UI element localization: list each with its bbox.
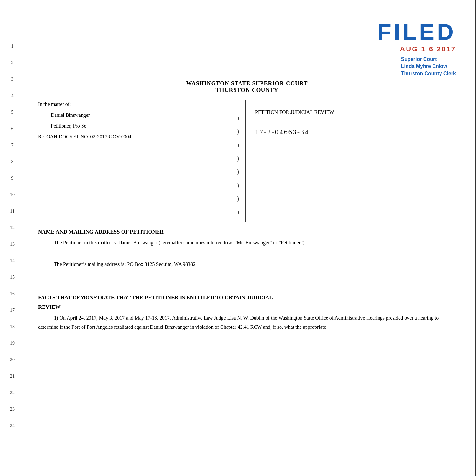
court-header-line2: THURSTON COUNTY (38, 87, 456, 94)
paren-3: ) (237, 138, 239, 152)
line-17: 17 (0, 302, 25, 319)
line-16: 16 (0, 286, 25, 302)
in-matter-label: In the matter of: (38, 102, 239, 107)
filed-row: FILED (377, 19, 456, 45)
court-header-line: WASHINGTON STATE SUPERIOR COURT (38, 80, 456, 87)
paren-8: ) (237, 205, 239, 219)
line-10: 10 (0, 187, 25, 203)
court-header-line1: WASHINGTON STATE SUPERIOR COURT (186, 80, 308, 87)
section1-heading: NAME AND MAILING ADDRESS OF PETITIONER (38, 229, 456, 235)
line-22: 22 (0, 385, 25, 401)
line-15: 15 (0, 269, 25, 286)
case-left-column: In the matter of: Daniel Binswanger Peti… (38, 100, 246, 222)
case-right-column: PETITION FOR JUDICIAL REVIEW 17-2-04663-… (246, 100, 456, 222)
line-9: 9 (0, 170, 25, 187)
line-7: 7 (0, 137, 25, 154)
section2-paragraph1: 1) On April 24, 2017, May 3, 2017 and Ma… (38, 314, 456, 332)
line-8: 8 (0, 154, 25, 170)
section1-paragraph1: The Petitioner in this matter is: Daniel… (38, 238, 456, 248)
line-20: 20 (0, 352, 25, 368)
petitioner-name: Daniel Binswanger (51, 112, 235, 118)
line-4: 4 (0, 88, 25, 104)
line-numbers-column: 1 2 3 4 5 6 7 8 9 10 11 12 13 14 15 16 1… (0, 0, 25, 476)
petition-label: PETITION FOR JUDICIAL REVIEW (255, 109, 456, 115)
line-23: 23 (0, 401, 25, 418)
line-3: 3 (0, 71, 25, 88)
line-2: 2 (0, 55, 25, 71)
petitioner-title: Petitioner, Pro Se (51, 123, 235, 129)
content-area: FILED AUG 1 6 2017 Superior Court Linda … (25, 0, 475, 476)
line-21: 21 (0, 368, 25, 385)
case-number: 17-2-04663-34 (255, 128, 456, 136)
paren-1: ) (237, 111, 239, 125)
stamp-court-name: Superior Court (401, 56, 437, 63)
line-19: 19 (0, 335, 25, 352)
section2-heading2: REVIEW (38, 304, 456, 310)
line-24: 24 (0, 418, 25, 434)
line-14: 14 (0, 253, 25, 269)
filed-label: FILED (377, 19, 456, 45)
line-11: 11 (0, 203, 25, 220)
stamp-county-clerk: Thurston County Clerk (401, 70, 456, 77)
docket-number: Re: OAH DOCKET NO. 02-2017-GOV-0004 (38, 134, 235, 140)
paren-5: ) (237, 165, 239, 178)
paren-4: ) (237, 152, 239, 165)
document-page: 1 2 3 4 5 6 7 8 9 10 11 12 13 14 15 16 1… (0, 0, 476, 476)
paren-6: ) (237, 179, 239, 192)
section1-paragraph2: The Petitioner’s mailing address is: PO … (38, 260, 456, 269)
paren-2: ) (237, 125, 239, 138)
section2-heading1: FACTS THAT DEMONSTRATE THAT THE PETITION… (38, 294, 456, 301)
paren-7: ) (237, 192, 239, 205)
case-block: In the matter of: Daniel Binswanger Peti… (38, 100, 456, 222)
filed-stamp-area: FILED AUG 1 6 2017 Superior Court Linda … (38, 19, 456, 79)
stamp-info: Superior Court Linda Myhre Enlow Thursto… (401, 56, 456, 79)
line-18: 18 (0, 319, 25, 335)
line-13: 13 (0, 236, 25, 253)
filed-date: AUG 1 6 2017 (400, 45, 456, 53)
line-5: 5 (0, 104, 25, 121)
stamp-clerk-name: Linda Myhre Enlow (401, 63, 447, 70)
line-12: 12 (0, 220, 25, 236)
line-6: 6 (0, 121, 25, 137)
line-1: 1 (0, 38, 25, 55)
